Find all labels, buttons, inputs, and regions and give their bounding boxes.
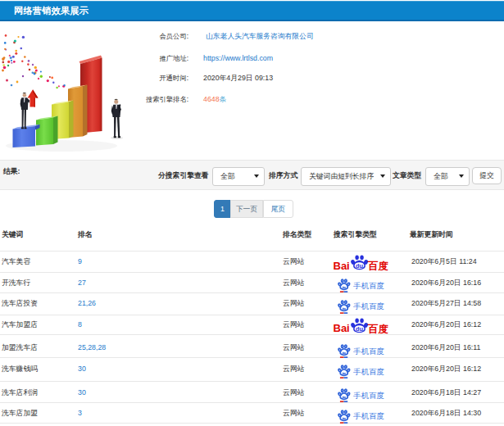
svg-text:du: du	[355, 262, 363, 270]
svg-text:du: du	[355, 324, 363, 332]
